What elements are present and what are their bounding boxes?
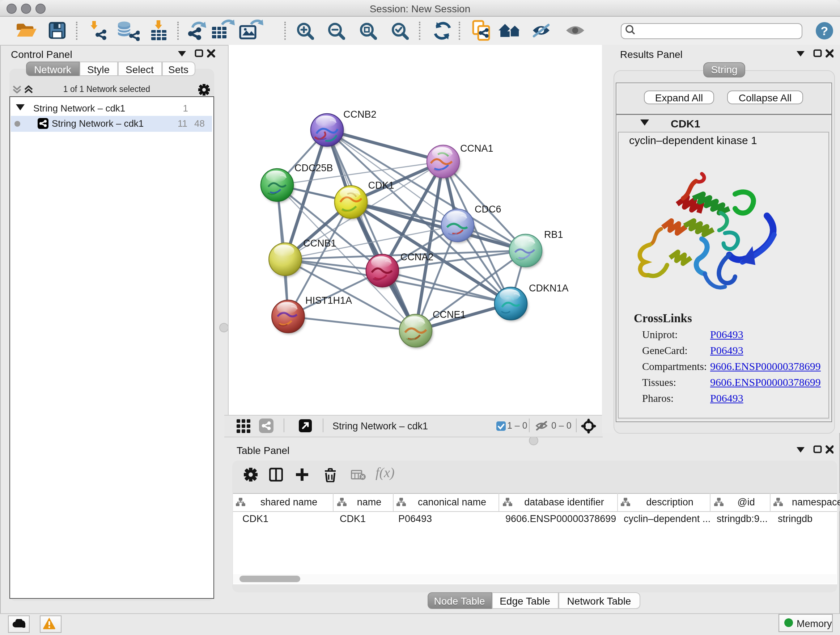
svg-text:?: ?	[821, 24, 829, 38]
